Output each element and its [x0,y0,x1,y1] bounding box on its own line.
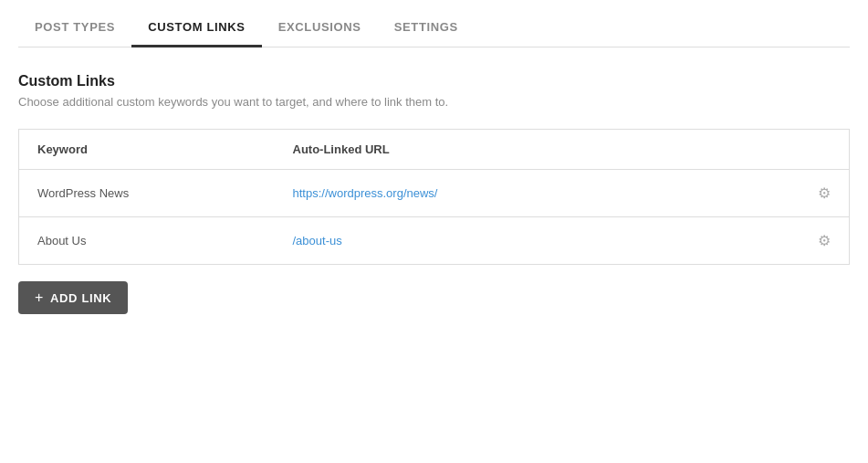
tab-exclusions[interactable]: EXCLUSIONS [262,9,378,47]
add-link-button[interactable]: + ADD LINK [18,281,128,314]
add-link-label: ADD LINK [50,291,111,305]
tab-custom-links[interactable]: CUSTOM LINKS [131,9,262,47]
custom-links-table: Keyword Auto-Linked URL WordPress News h… [18,129,850,265]
table-row: WordPress News https://wordpress.org/new… [19,170,850,217]
section-description: Choose additional custom keywords you wa… [18,95,850,109]
url-link[interactable]: https://wordpress.org/news/ [293,186,438,200]
url-cell: /about-us [275,217,795,265]
keyword-cell: WordPress News [19,170,275,217]
actions-cell: ⚙ [795,217,850,265]
column-header-actions [795,130,850,170]
gear-icon[interactable]: ⚙ [818,185,831,201]
table-row: About Us /about-us ⚙ [19,217,850,265]
actions-cell: ⚙ [795,170,850,217]
keyword-cell: About Us [19,217,275,265]
url-cell: https://wordpress.org/news/ [275,170,795,217]
tab-bar: POST TYPES CUSTOM LINKS EXCLUSIONS SETTI… [18,0,850,47]
plus-icon: + [35,290,44,305]
url-link[interactable]: /about-us [293,234,342,247]
column-header-keyword: Keyword [19,130,275,170]
tab-post-types[interactable]: POST TYPES [18,9,131,47]
section-title: Custom Links [18,73,850,89]
column-header-url: Auto-Linked URL [275,130,795,170]
gear-icon[interactable]: ⚙ [818,233,831,248]
tab-settings[interactable]: SETTINGS [378,9,475,47]
